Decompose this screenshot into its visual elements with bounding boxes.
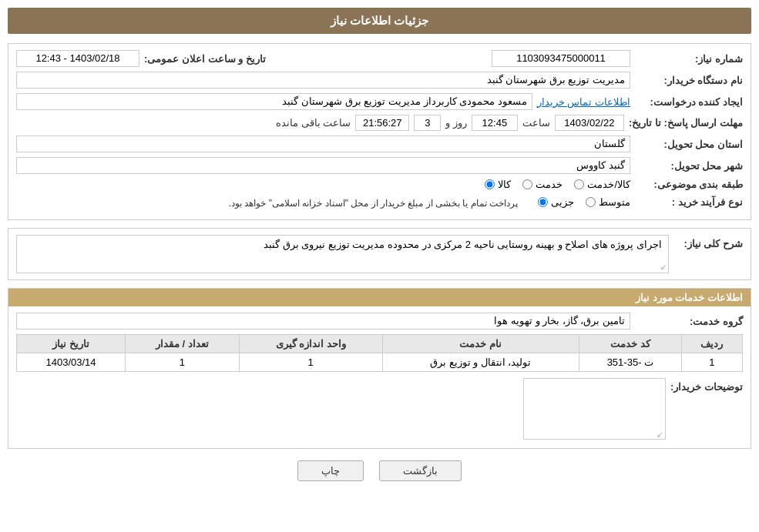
subject-radio-kala-input[interactable]: [485, 179, 495, 189]
print-button[interactable]: چاپ: [297, 460, 364, 481]
process-radio-motevaset[interactable]: متوسط: [586, 196, 630, 208]
service-group-value: تامین برق، گاز، بخار و تهویه هوا: [16, 313, 630, 330]
days-label: روز و: [445, 117, 467, 129]
response-date: 1403/02/22: [555, 115, 624, 131]
page-title: جزئیات اطلاعات نیاز: [8, 8, 751, 34]
deadline-group: 1403/02/22 ساعت 12:45 روز و 3 21:56:27 س…: [276, 115, 624, 131]
kala-khedmat-label: کالا/خدمت: [587, 179, 630, 190]
city-value: گنبد کاووس: [16, 157, 630, 174]
main-info-section: شماره نیاز: 1103093475000011 تاریخ و ساع…: [8, 43, 751, 220]
city-label: شهر محل تحویل:: [635, 160, 743, 172]
general-desc-section: شرح کلی نیاز: اجرای پروژه های اصلاح و به…: [8, 228, 751, 280]
deadline-label: مهلت ارسال پاسخ: تا تاریخ:: [629, 117, 743, 129]
col-qty: تعداد / مقدار: [126, 335, 240, 353]
subject-label: طبقه بندی موضوعی:: [635, 179, 743, 190]
row-city: شهر محل تحویل: گنبد کاووس: [16, 157, 743, 174]
announcement-number-value: 1103093475000011: [492, 50, 630, 67]
subject-radio-kala_khedmat[interactable]: کالا/خدمت: [574, 179, 630, 190]
col-service-code: کد خدمت: [579, 335, 681, 353]
announcement-datetime-label: تاریخ و ساعت اعلان عمومی:: [144, 53, 266, 65]
subject-radio-group: کالا/خدمت خدمت کالا: [485, 179, 630, 190]
province-value: گلستان: [16, 136, 630, 152]
subject-radio-kala_khedmat-input[interactable]: [574, 179, 584, 189]
table-row: 1ت -35-351تولید، انتقال و توزیع برق11140…: [17, 353, 743, 372]
subject-radio-kala[interactable]: کالا: [485, 179, 511, 190]
process-label: نوع فرآیند خرید :: [635, 196, 743, 208]
general-desc-text: اجرای پروژه های اصلاح و بهینه روستایی نا…: [264, 239, 662, 250]
process-radio-motevaset-input[interactable]: [586, 197, 596, 207]
buyer-notes-section: توضیحات خریدار: ↙: [16, 378, 743, 442]
general-desc-value: اجرای پروژه های اصلاح و بهینه روستایی نا…: [16, 235, 669, 273]
province-label: استان محل تحویل:: [635, 139, 743, 150]
announcement-datetime-value: 1403/02/18 - 12:43: [16, 50, 139, 67]
row-service-group: گروه خدمت: تامین برق، گاز، بخار و تهویه …: [16, 313, 743, 330]
remaining-label: ساعت باقی مانده: [276, 117, 351, 129]
row-deadline: مهلت ارسال پاسخ: تا تاریخ: 1403/02/22 سا…: [16, 115, 743, 131]
process-note: پرداخت تمام یا بخشی از مبلغ خریدار از مح…: [229, 198, 518, 209]
row-announcement: شماره نیاز: 1103093475000011 تاریخ و ساع…: [16, 50, 743, 67]
buyer-org-label: نام دستگاه خریدار:: [635, 75, 743, 86]
time-label: ساعت: [522, 117, 550, 129]
row-creator: ایجاد کننده درخواست: اطلاعات تماس خریدار…: [16, 93, 743, 110]
announcement-number-label: شماره نیاز:: [635, 53, 743, 65]
response-remaining: 21:56:27: [355, 115, 409, 131]
subject-radio-khedmat-input[interactable]: [522, 179, 532, 189]
col-unit: واحد اندازه گیری: [239, 335, 382, 353]
back-button[interactable]: بازگشت: [379, 460, 462, 481]
creator-group: اطلاعات تماس خریدار مسعود محمودی کاربردا…: [16, 93, 630, 110]
buttons-row: بازگشت چاپ: [8, 460, 751, 481]
row-buyer-org: نام دستگاه خریدار: مدیریت توزیع برق شهرس…: [16, 72, 743, 89]
process-radio-jozi-input[interactable]: [538, 197, 548, 207]
row-process: نوع فرآیند خرید : متوسط جزیی پرداخت تمام…: [16, 195, 743, 209]
service-group-label: گروه خدمت:: [635, 316, 743, 327]
khedmat-label: خدمت: [536, 179, 563, 190]
response-time: 12:45: [472, 115, 518, 131]
response-days: 3: [414, 115, 441, 131]
row-province: استان محل تحویل: گلستان: [16, 136, 743, 152]
notes-wrapper: ↙: [16, 378, 666, 442]
jozi-label: جزیی: [551, 196, 574, 208]
kala-label: کالا: [498, 179, 511, 190]
process-radio-jozi[interactable]: جزیی: [538, 196, 574, 208]
general-desc-label: شرح کلی نیاز:: [673, 235, 743, 249]
creator-link[interactable]: اطلاعات تماس خریدار: [537, 96, 630, 108]
creator-label: ایجاد کننده درخواست:: [635, 96, 743, 108]
row-subject: طبقه بندی موضوعی: کالا/خدمت خدمت کالا: [16, 179, 743, 190]
services-section-header: اطلاعات خدمات مورد نیاز: [8, 289, 751, 306]
col-row-num: ردیف: [681, 335, 742, 353]
creator-value: مسعود محمودی کاربرداز مدیریت توزیع برق ش…: [16, 93, 532, 110]
table-header-row: ردیف کد خدمت نام خدمت واحد اندازه گیری ت…: [17, 335, 743, 353]
col-date: تاریخ نیاز: [17, 335, 126, 353]
buyer-notes-textarea[interactable]: [523, 378, 666, 440]
process-radio-group: متوسط جزیی: [538, 196, 630, 208]
services-section: اطلاعات خدمات مورد نیاز گروه خدمت: تامین…: [8, 288, 751, 449]
buyer-org-value: مدیریت توزیع برق شهرستان گنبد: [16, 72, 630, 89]
subject-radio-khedmat[interactable]: خدمت: [522, 179, 563, 190]
page-wrapper: جزئیات اطلاعات نیاز شماره نیاز: 11030934…: [0, 0, 759, 532]
motevaset-label: متوسط: [599, 196, 630, 208]
col-service-name: نام خدمت: [382, 335, 579, 353]
general-desc-wrapper: اجرای پروژه های اصلاح و بهینه روستایی نا…: [16, 235, 669, 273]
buyer-notes-label: توضیحات خریدار:: [670, 378, 743, 393]
services-table: ردیف کد خدمت نام خدمت واحد اندازه گیری ت…: [16, 334, 743, 372]
